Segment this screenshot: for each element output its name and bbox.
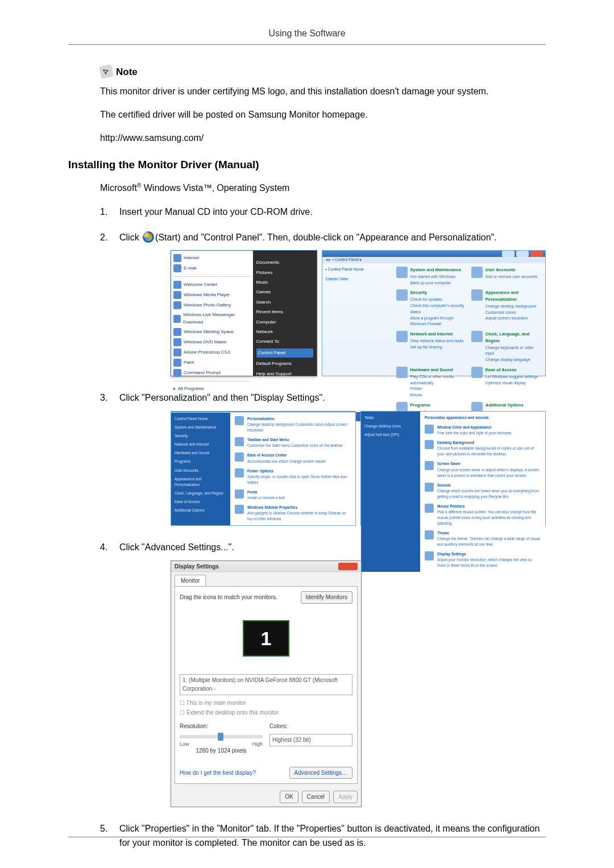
- start-orb-icon: [143, 231, 154, 243]
- resolution-label: Resolution:: [180, 723, 208, 729]
- subtitle: Microsoft® Windows Vista™‚ Operating Sys…: [100, 182, 546, 193]
- personalization-item[interactable]: Screen SaverChange your screen saver or …: [425, 461, 541, 478]
- help-link[interactable]: How do I get the best display?: [180, 769, 256, 778]
- close-button[interactable]: [530, 251, 543, 257]
- tab-monitor[interactable]: Monitor: [175, 575, 206, 587]
- appearance-item[interactable]: Windows Sidebar PropertiesAdd gadgets to…: [235, 505, 351, 522]
- colors-label: Colors:: [269, 723, 288, 729]
- note-icon: [99, 64, 114, 79]
- ie-icon: [173, 254, 181, 262]
- page-header: Using the Software: [68, 28, 546, 45]
- footer-rule: [68, 837, 546, 837]
- personalization-item[interactable]: Window Color and AppearanceFine tune the…: [425, 425, 541, 436]
- main-monitor-checkbox: ☐ This is my main monitor: [180, 699, 352, 708]
- control-panel-window: ◂ ▸ ▪ Control Panel ▸ • Control Panel Ho…: [322, 250, 546, 376]
- appearance-item[interactable]: Ease of Access CenterAccommodate low vis…: [235, 452, 351, 464]
- meeting-icon: [173, 328, 181, 336]
- section-heading: Installing the Monitor Driver (Manual): [68, 159, 546, 171]
- screenshot-personalization: Control Panel HomeSystem and Maintenance…: [171, 411, 546, 526]
- ok-button[interactable]: OK: [280, 791, 298, 803]
- ps-icon: [173, 348, 181, 356]
- appearance-item[interactable]: PersonalizationChange desktop background…: [235, 416, 351, 433]
- identify-monitors-button[interactable]: Identify Monitors: [301, 591, 352, 604]
- extend-desktop-checkbox: ☐ Extend the desktop onto this monitor: [180, 708, 352, 717]
- step-2: Click (Start) and "Control Panel". Then,…: [100, 231, 546, 377]
- welcome-icon: [173, 281, 181, 289]
- step-5: Click "Properties" in the "Monitor" tab.…: [100, 822, 546, 850]
- messenger-icon: [173, 315, 181, 323]
- resolution-value: 1280 by 1024 pixels: [180, 746, 263, 755]
- max-button[interactable]: [516, 251, 529, 257]
- appearance-item[interactable]: FontsInstall or remove a font: [235, 489, 351, 501]
- control-panel-item[interactable]: Network and InternetView network status …: [396, 331, 466, 363]
- note-label: Note: [116, 67, 138, 78]
- control-panel-item[interactable]: Clock, Language, and RegionChange keyboa…: [471, 331, 541, 363]
- monitor-icon[interactable]: 1: [243, 620, 289, 657]
- note-url: http://www.samsung.com/: [100, 131, 538, 146]
- wmp-icon: [173, 291, 181, 299]
- personalization-item[interactable]: Mouse PointersPick a different mouse poi…: [425, 504, 541, 526]
- step-4: Click "Advanced Settings...". Display Se…: [100, 541, 546, 807]
- gallery-icon: [173, 301, 181, 309]
- screenshot-display-settings: Display Settings Monitor Drag the icons …: [171, 560, 546, 807]
- screenshot-start-control-panel: Internet E-mail Welcome Center Windows M…: [171, 250, 546, 376]
- note-text-2: The certified driver will be posted on S…: [100, 108, 538, 122]
- step-1: Insert your Manual CD into your CD-ROM d…: [100, 205, 546, 219]
- appearance-item[interactable]: Taskbar and Start MenuCustomize the Star…: [235, 437, 351, 448]
- mail-icon: [173, 264, 181, 272]
- resolution-slider[interactable]: [180, 735, 263, 738]
- personalization-item[interactable]: Desktop BackgroundChoose from available …: [425, 440, 541, 457]
- step-3: Click "Personalization" and then "Displa…: [100, 391, 546, 526]
- personalization-window: TasksChange desktop iconsAdjust font siz…: [360, 411, 546, 526]
- start-menu: Internet E-mail Welcome Center Windows M…: [171, 250, 317, 376]
- apply-button: Apply: [333, 791, 358, 803]
- close-button[interactable]: [338, 563, 358, 570]
- control-panel-item[interactable]: Appearance and PersonalizationChange des…: [471, 289, 541, 327]
- min-button[interactable]: [502, 251, 515, 257]
- colors-select[interactable]: Highest (32 bit): [269, 734, 352, 746]
- control-panel-item[interactable]: System and MaintenanceGet started with W…: [396, 267, 466, 286]
- appearance-item[interactable]: Folder OptionsSpecify single- or double-…: [235, 468, 351, 485]
- control-panel-item[interactable]: User AccountsAdd or remove user accounts: [471, 267, 541, 286]
- appearance-window: Control Panel HomeSystem and Maintenance…: [171, 411, 356, 526]
- drag-hint: Drag the icons to match your monitors.: [180, 593, 277, 602]
- dvd-icon: [173, 338, 181, 346]
- cmd-icon: [173, 369, 181, 377]
- paint-icon: [173, 359, 181, 367]
- device-select[interactable]: 1. (Multiple Monitors) on NVIDIA GeForce…: [180, 674, 352, 695]
- note-text-1: This monitor driver is under certifying …: [100, 85, 538, 99]
- cancel-button[interactable]: Cancel: [302, 791, 330, 803]
- control-panel-item[interactable]: SecurityCheck for updatesCheck this comp…: [396, 289, 466, 327]
- advanced-settings-button[interactable]: Advanced Settings…: [289, 767, 352, 779]
- dialog-title: Display Settings: [175, 562, 219, 571]
- personalization-item[interactable]: SoundsChange which sounds are heard when…: [425, 483, 541, 500]
